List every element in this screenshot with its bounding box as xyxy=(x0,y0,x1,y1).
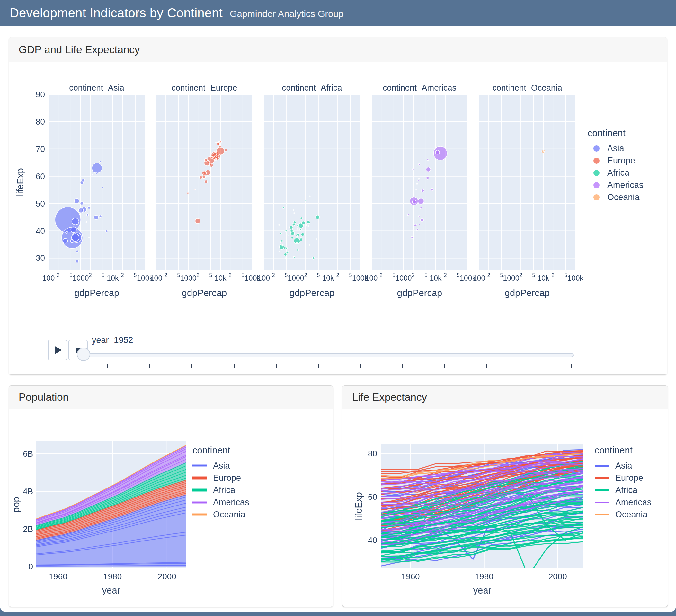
europe-swatch-icon xyxy=(594,158,600,164)
legend-label: Africa xyxy=(615,485,637,495)
slider-tick-label: 1982 xyxy=(350,372,370,375)
population-legend-item-americas[interactable]: Americas xyxy=(192,496,249,508)
gdp-scatter-chart[interactable] xyxy=(9,62,666,302)
gdp-life-card: GDP and Life Expectancy continent AsiaEu… xyxy=(9,37,667,375)
life-card-title: Life Expectancy xyxy=(352,391,427,404)
legend-label: Oceania xyxy=(607,192,640,202)
gdp-legend-item-africa[interactable]: Africa xyxy=(588,167,643,179)
slider-tick-label: 1972 xyxy=(266,372,286,375)
africa-swatch-icon xyxy=(594,170,600,176)
life-legend-item-americas[interactable]: Americas xyxy=(595,496,652,508)
asia-swatch-icon xyxy=(595,465,609,467)
year-slider-track[interactable] xyxy=(82,353,573,358)
legend-label: Americas xyxy=(607,180,643,190)
americas-swatch-icon xyxy=(595,502,609,503)
content-sheet: GDP and Life Expectancy continent AsiaEu… xyxy=(0,26,676,612)
population-legend-item-africa[interactable]: Africa xyxy=(192,484,249,496)
gdp-legend-title: continent xyxy=(588,128,643,138)
americas-swatch-icon xyxy=(192,499,207,505)
slider-tick xyxy=(234,364,234,368)
gdp-card-header: GDP and Life Expectancy xyxy=(9,37,667,62)
play-button[interactable] xyxy=(48,340,67,360)
gdp-legend-item-europe[interactable]: Europe xyxy=(588,155,643,167)
slider-tick-label: 1957 xyxy=(140,372,159,375)
legend-label: Asia xyxy=(615,461,632,471)
population-card-header: Population xyxy=(9,386,333,409)
slider-tick xyxy=(487,364,488,368)
population-legend-item-oceania[interactable]: Oceania xyxy=(192,508,249,520)
slider-tick-label: 2002 xyxy=(519,372,539,375)
slider-tick-label: 1952 xyxy=(98,372,117,375)
gdp-card-title: GDP and Life Expectancy xyxy=(19,44,140,56)
slider-tick-label: 1987 xyxy=(393,372,412,375)
slider-tick-label: 1962 xyxy=(182,372,201,375)
europe-swatch-icon xyxy=(192,475,207,481)
slider-tick xyxy=(149,364,150,368)
gdp-legend-item-americas[interactable]: Americas xyxy=(588,179,643,191)
life-legend-item-europe[interactable]: Europe xyxy=(595,472,652,484)
africa-swatch-icon xyxy=(595,489,609,491)
population-legend: continent AsiaEuropeAfricaAmericasOceani… xyxy=(192,445,249,520)
population-card-title: Population xyxy=(19,391,69,404)
life-card-header: Life Expectancy xyxy=(342,386,668,409)
oceania-swatch-icon xyxy=(594,194,600,200)
africa-swatch-icon xyxy=(192,487,207,493)
legend-label: Europe xyxy=(213,473,241,483)
legend-label: Africa xyxy=(607,168,629,178)
gdp-legend-item-asia[interactable]: Asia xyxy=(588,142,643,155)
dashboard-page: Development Indicators by Continent Gapm… xyxy=(0,0,676,616)
gdp-legend-item-oceania[interactable]: Oceania xyxy=(588,191,643,203)
year-slider-handle[interactable] xyxy=(77,348,90,361)
population-legend-title: continent xyxy=(192,445,249,456)
slider-tick xyxy=(571,364,572,368)
legend-label: Europe xyxy=(615,473,643,483)
americas-swatch-icon xyxy=(594,182,600,188)
life-legend-item-oceania[interactable]: Oceania xyxy=(595,508,652,520)
app-header: Development Indicators by Continent Gapm… xyxy=(0,0,676,26)
play-icon xyxy=(55,346,62,354)
slider-tick-label: 1992 xyxy=(435,372,454,375)
gdp-legend: continent AsiaEuropeAfricaAmericasOceani… xyxy=(588,128,643,203)
slider-tick xyxy=(107,364,108,368)
slider-tick xyxy=(360,364,361,368)
slider-tick xyxy=(276,364,277,368)
life-legend: continent AsiaEuropeAfricaAmericasOceani… xyxy=(595,445,652,520)
population-card: Population continent AsiaEuropeAfricaAme… xyxy=(9,385,333,607)
app-title: Development Indicators by Continent xyxy=(10,6,223,20)
legend-label: Americas xyxy=(213,497,249,507)
legend-label: Asia xyxy=(607,143,624,153)
legend-label: Oceania xyxy=(615,510,648,520)
legend-label: Africa xyxy=(213,485,235,495)
slider-tick xyxy=(444,364,445,368)
slider-tick-label: 1967 xyxy=(224,372,243,375)
slider-tick-label: 1977 xyxy=(308,372,328,375)
oceania-swatch-icon xyxy=(595,514,609,515)
slider-tick-label: 2007 xyxy=(561,372,580,375)
legend-label: Europe xyxy=(607,156,635,166)
slider-tick xyxy=(528,364,529,368)
life-legend-item-asia[interactable]: Asia xyxy=(595,459,652,472)
life-legend-title: continent xyxy=(595,445,652,456)
year-slider-label: year=1952 xyxy=(92,335,133,345)
europe-swatch-icon xyxy=(595,477,609,479)
slider-tick-label: 1997 xyxy=(477,372,496,375)
asia-swatch-icon xyxy=(192,463,207,469)
slider-tick xyxy=(402,364,403,368)
asia-swatch-icon xyxy=(594,145,600,151)
population-legend-item-asia[interactable]: Asia xyxy=(192,459,249,472)
population-area-chart[interactable] xyxy=(9,409,332,606)
app-subtitle: Gapminder Analytics Group xyxy=(230,9,344,19)
legend-label: Oceania xyxy=(213,510,245,520)
life-legend-item-africa[interactable]: Africa xyxy=(595,484,652,496)
legend-label: Americas xyxy=(615,497,652,507)
population-legend-item-europe[interactable]: Europe xyxy=(192,472,249,484)
slider-tick xyxy=(318,364,319,368)
oceania-swatch-icon xyxy=(192,512,207,517)
life-expectancy-card: Life Expectancy continent AsiaEuropeAfri… xyxy=(342,385,668,607)
slider-tick xyxy=(191,364,192,368)
legend-label: Asia xyxy=(213,461,230,471)
